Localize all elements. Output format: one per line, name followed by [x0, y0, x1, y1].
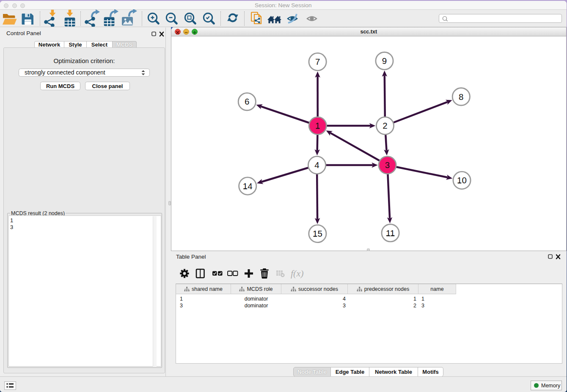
svg-text:9: 9 [382, 56, 387, 66]
svg-text:7: 7 [315, 57, 320, 66]
svg-text:6: 6 [245, 97, 249, 106]
svg-text:2: 2 [383, 121, 387, 130]
svg-text:11: 11 [386, 228, 395, 238]
svg-text:4: 4 [314, 160, 319, 170]
svg-text:15: 15 [313, 229, 322, 238]
svg-text:10: 10 [457, 175, 467, 185]
svg-text:8: 8 [459, 92, 463, 102]
svg-text:f(x): f(x) [291, 268, 304, 279]
svg-text:1: 1 [315, 121, 320, 130]
svg-text:14: 14 [243, 181, 253, 191]
svg-text:3: 3 [385, 160, 390, 170]
